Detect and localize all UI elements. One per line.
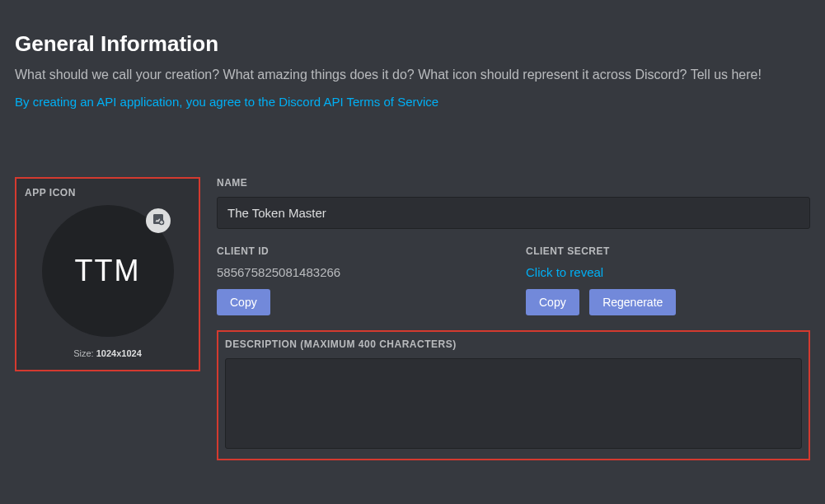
client-id-section: CLIENT ID 585675825081483266 Copy — [217, 245, 501, 315]
app-icon-label: APP ICON — [25, 187, 190, 198]
page-title: General Information — [15, 31, 810, 57]
upload-image-button[interactable] — [146, 208, 171, 233]
client-id-label: CLIENT ID — [217, 245, 501, 257]
app-icon-card: APP ICON TTM Size: 1024x1024 — [15, 177, 200, 371]
reveal-secret-link[interactable]: Click to reveal — [526, 265, 603, 279]
page-subtitle: What should we call your creation? What … — [15, 65, 806, 85]
copy-client-id-button[interactable]: Copy — [217, 289, 270, 315]
copy-client-secret-button[interactable]: Copy — [526, 289, 579, 315]
name-label: NAME — [217, 177, 810, 189]
size-value: 1024x1024 — [96, 348, 142, 358]
client-secret-section: CLIENT SECRET Click to reveal Copy Regen… — [526, 245, 810, 315]
size-prefix: Size: — [73, 348, 96, 358]
form-column: NAME CLIENT ID 585675825081483266 Copy C… — [217, 177, 810, 460]
tos-link[interactable]: By creating an API application, you agre… — [15, 95, 438, 109]
id-secret-row: CLIENT ID 585675825081483266 Copy CLIENT… — [217, 245, 810, 315]
regenerate-secret-button[interactable]: Regenerate — [589, 289, 676, 315]
name-input[interactable] — [217, 197, 810, 229]
upload-image-icon — [152, 212, 165, 229]
content-row: APP ICON TTM Size: 1024x1024 — [15, 177, 810, 460]
description-textarea[interactable] — [225, 358, 802, 449]
avatar-wrap: TTM — [42, 205, 174, 337]
client-id-value: 585675825081483266 — [217, 265, 501, 279]
app-icon-column: APP ICON TTM Size: 1024x1024 — [15, 177, 200, 460]
description-section: DESCRIPTION (MAXIMUM 400 CHARACTERS) — [217, 330, 810, 460]
description-label: DESCRIPTION (MAXIMUM 400 CHARACTERS) — [225, 338, 802, 350]
client-secret-label: CLIENT SECRET — [526, 245, 810, 257]
app-icon-size: Size: 1024x1024 — [25, 348, 190, 358]
